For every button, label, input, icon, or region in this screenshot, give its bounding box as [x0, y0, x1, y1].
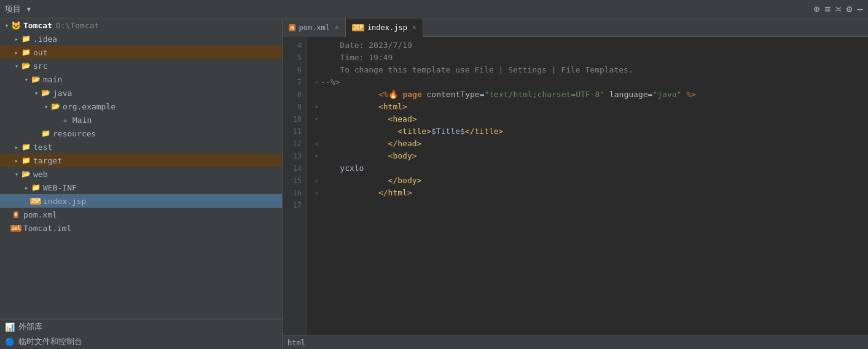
idea-label: .idea [33, 34, 57, 44]
main-folder-icon: 📂 [31, 74, 41, 84]
org-example-label: org.example [63, 102, 115, 111]
pom-xml-tab-close[interactable]: × [335, 23, 339, 31]
sidebar-bottom: 📊 外部库 🔵 临时文件和控制台 [0, 319, 282, 349]
out-label: out [33, 48, 47, 57]
java-folder-icon: 📂 [41, 88, 50, 98]
code-area[interactable]: Date: 2023/7/19 Time: 19:49 To change th… [307, 37, 868, 335]
idea-folder-icon: 📁 [21, 34, 31, 44]
pom-xml-tab-icon: m [289, 24, 295, 31]
java-arrow-icon [32, 90, 41, 96]
sidebar-item-tomcat-iml[interactable]: iml Tomcat.iml [0, 221, 282, 235]
fold-gutter-7[interactable]: ◁ [312, 76, 321, 88]
tab-bar: m pom.xml × JSP index.jsp × [283, 18, 868, 37]
pom-xml-tab-label: pom.xml [299, 23, 330, 32]
status-text: html [287, 339, 305, 347]
add-icon[interactable]: ⊕ [814, 3, 820, 15]
tomcat-iml-icon: iml [11, 223, 21, 233]
sidebar-item-out[interactable]: 📁 out [0, 45, 282, 59]
tab-index-jsp[interactable]: JSP index.jsp × [346, 18, 423, 37]
sidebar-item-src[interactable]: 📂 src [0, 59, 282, 73]
minimize-icon[interactable]: — [857, 3, 863, 15]
sidebar-item-pom-xml[interactable]: m pom.xml [0, 208, 282, 221]
code-line-6: To change this template use File | Setti… [312, 64, 868, 76]
dropdown-arrow-icon[interactable]: ▾ [26, 3, 32, 15]
main-layout: 🐱 Tomcat D:\Tomcat 📁 .idea 📁 out 📂 src 📂… [0, 18, 868, 349]
web-label: web [33, 170, 47, 179]
temp-files-icon: 🔵 [5, 337, 15, 347]
sidebar: 🐱 Tomcat D:\Tomcat 📁 .idea 📁 out 📂 src 📂… [0, 18, 283, 349]
tomcat-folder-icon: 🐱 [11, 20, 21, 30]
webinf-folder-icon: 📁 [31, 182, 41, 192]
src-arrow-icon [12, 63, 21, 69]
top-toolbar: 项目 ▾ ⊕ ≡ ≍ ⚙ — [0, 0, 868, 18]
code-text-4: Date: 2023/7/19 [321, 39, 412, 52]
editor-area: m pom.xml × JSP index.jsp × 4 5 6 7 8 9 … [283, 18, 868, 349]
target-label: target [33, 156, 62, 165]
index-jsp-label: index.jsp [43, 197, 86, 206]
settings-icon[interactable]: ⚙ [846, 3, 853, 15]
sidebar-item-index-jsp[interactable]: JSP index.jsp [0, 194, 282, 208]
out-folder-icon: 📁 [21, 47, 31, 57]
fold-gutter-10[interactable]: ▾ [312, 113, 321, 125]
web-folder-icon: 📂 [21, 169, 31, 179]
main-java-icon: ☕ [60, 115, 70, 125]
temp-files-label: 临时文件和控制台 [18, 336, 82, 347]
index-jsp-tab-close[interactable]: × [412, 23, 416, 31]
sidebar-item-tomcat-root[interactable]: 🐱 Tomcat D:\Tomcat [0, 18, 282, 32]
status-bar: html [283, 335, 868, 349]
webinf-arrow-icon [22, 184, 31, 191]
sidebar-item-main-java[interactable]: ☕ Main [0, 113, 282, 127]
tomcat-arrow-icon [2, 22, 11, 29]
test-folder-icon: 📁 [21, 142, 31, 152]
code-line-16: ◁ </html> [312, 187, 868, 199]
sidebar-item-resources[interactable]: 📁 resources [0, 127, 282, 140]
collapse-all-icon[interactable]: ≡ [824, 3, 831, 15]
sidebar-item-org-example[interactable]: 📂 org.example [0, 100, 282, 113]
fold-gutter-16[interactable]: ◁ [312, 187, 321, 199]
code-text-5: Time: 19:49 [321, 52, 393, 64]
fold-gutter-15[interactable]: ◁ [312, 174, 321, 187]
code-line-17 [312, 199, 868, 211]
target-arrow-icon [12, 157, 21, 164]
fold-gutter-12[interactable]: ◁ [312, 138, 321, 150]
test-label: test [33, 143, 52, 152]
expand-all-icon[interactable]: ≍ [835, 3, 842, 15]
editor-content: 4 5 6 7 8 9 10 11 12 13 14 15 16 17 [283, 37, 868, 335]
fold-gutter-13[interactable]: ▾ [312, 150, 321, 162]
fold-gutter-9[interactable]: ▾ [312, 101, 321, 113]
code-line-13: ▾ <body> [312, 150, 868, 162]
sidebar-item-webinf[interactable]: 📁 WEB-INF [0, 181, 282, 194]
webinf-label: WEB-INF [43, 183, 77, 192]
test-arrow-icon [12, 144, 21, 151]
code-line-5: Time: 19:49 [312, 52, 868, 64]
org-example-arrow-icon [42, 103, 50, 110]
main-java-label: Main [72, 116, 92, 125]
pom-xml-icon: m [11, 210, 21, 219]
sidebar-item-main[interactable]: 📂 main [0, 73, 282, 86]
sidebar-item-idea[interactable]: 📁 .idea [0, 32, 282, 45]
tomcat-label: Tomcat [23, 21, 52, 30]
code-text-6: To change this template use File | Setti… [321, 64, 633, 76]
line-numbers: 4 5 6 7 8 9 10 11 12 13 14 15 16 17 [283, 37, 307, 335]
code-text-17 [321, 199, 326, 211]
index-jsp-tab-icon: JSP [352, 24, 364, 31]
java-label: java [53, 88, 72, 98]
external-libs-label: 外部库 [18, 321, 42, 332]
code-line-4: Date: 2023/7/19 [312, 39, 868, 52]
sidebar-item-test[interactable]: 📁 test [0, 140, 282, 154]
tab-pom-xml[interactable]: m pom.xml × [283, 18, 346, 37]
sidebar-item-target[interactable]: 📁 target [0, 154, 282, 167]
web-arrow-icon [12, 171, 21, 178]
sidebar-item-web[interactable]: 📂 web [0, 167, 282, 181]
sidebar-item-external-libs[interactable]: 📊 外部库 [0, 320, 282, 334]
sidebar-item-temp-files[interactable]: 🔵 临时文件和控制台 [0, 334, 282, 349]
out-arrow-icon [12, 49, 21, 56]
sidebar-item-java[interactable]: 📂 java [0, 86, 282, 100]
target-folder-icon: 📁 [21, 155, 31, 165]
pom-xml-label: pom.xml [23, 210, 57, 219]
src-label: src [33, 61, 47, 71]
tomcat-path: D:\Tomcat [56, 21, 99, 30]
project-label: 项目 [5, 4, 21, 15]
idea-arrow-icon [12, 36, 21, 42]
main-label: main [43, 75, 62, 84]
